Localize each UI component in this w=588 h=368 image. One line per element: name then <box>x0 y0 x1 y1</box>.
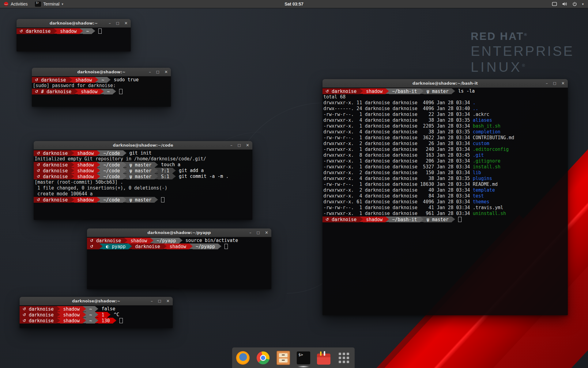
minimize-button[interactable]: – <box>230 143 232 147</box>
close-button[interactable]: ✕ <box>124 21 128 25</box>
minimize-button[interactable]: – <box>151 299 153 303</box>
powerline-separator <box>155 162 158 167</box>
window-titlebar[interactable]: darknoise@shadow:~–□✕ <box>20 297 173 305</box>
terminal-window-pyapp[interactable]: darknoise@shadow:~/pyapp–□✕↺darknoisesha… <box>87 228 271 289</box>
chrome-icon[interactable] <box>256 351 270 365</box>
powerline-separator <box>100 89 104 94</box>
window-titlebar[interactable]: darknoise@shadow:~–□✕ <box>17 19 131 28</box>
output-text: CONTRIBUTING.md <box>473 135 514 140</box>
volume-icon[interactable] <box>562 2 567 6</box>
close-button[interactable]: ✕ <box>561 81 565 85</box>
prompt-segment: ↺darknoise <box>34 174 71 179</box>
prompt-segment: ψ master <box>126 197 155 203</box>
system-status-area[interactable]: ▾ <box>552 0 588 8</box>
window-titlebar[interactable]: darknoise@shadow:~/code–□✕ <box>34 141 252 150</box>
files-icon[interactable] <box>276 351 290 365</box>
terminal-window-home-2[interactable]: darknoise@shadow:~–□✕↺darknoiseshadow~fa… <box>20 297 173 328</box>
powerline-separator <box>386 217 389 222</box>
terminal-window-home-1[interactable]: darknoise@shadow:~–□✕↺darknoiseshadow~ <box>17 19 131 52</box>
clock-label[interactable]: Sat 03:57 <box>285 2 303 6</box>
filename-text: .. <box>473 106 478 111</box>
app-grid-icon[interactable] <box>337 351 351 365</box>
powerline-separator <box>189 243 193 249</box>
terminal-content[interactable]: ↺darknoiseshadow~false↺darknoiseshadow~1… <box>20 305 173 328</box>
filename-text: . <box>473 100 476 105</box>
app-menu-terminal[interactable]: $> Terminal ▾ <box>31 0 67 8</box>
powerline-separator <box>452 217 455 222</box>
maximize-button[interactable]: □ <box>158 299 161 303</box>
terminal-line: ↺darknoiseshadow~130 <box>20 318 173 324</box>
terminal-line: [master (root-commit) 50bcb63] . <box>34 179 252 185</box>
powerline-separator <box>71 162 74 167</box>
terminal-line: ↺darknoiseshadow~ <box>17 28 131 34</box>
top-bar: Activities $> Terminal ▾ Sat 03:57 <box>0 0 588 8</box>
terminal-window-bash-it[interactable]: darknoise@shadow:~/bash-it–□✕↺darknoises… <box>322 79 568 315</box>
command-text: sudo true <box>114 77 138 83</box>
close-button[interactable]: ✕ <box>265 231 268 235</box>
output-text: [sudo] password for darknoise: <box>33 83 116 88</box>
terminal-icon[interactable]: $> <box>296 351 311 365</box>
powerline-separator <box>71 174 74 179</box>
terminal-window-sudo[interactable]: darknoise@shadow:~–□✕↺darknoiseshadow~su… <box>32 68 171 107</box>
power-icon[interactable] <box>572 2 577 6</box>
prompt-icon: ↺ <box>35 89 38 94</box>
prompt-segment: ~/pyapp <box>193 243 218 249</box>
terminal-line: ↺# darknoiseshadow~ <box>32 89 171 94</box>
filename-text: plugins <box>473 176 492 181</box>
terminal-content[interactable]: ↺darknoiseshadow~/bash-itψ masterls -lat… <box>322 88 568 315</box>
terminal-line: ↺darknoiseshadow~/pyappsource bin/activa… <box>87 238 271 243</box>
terminal-line: ↺darknoiseshadow~/codeψ masterS:1git com… <box>34 174 252 179</box>
minimize-button[interactable]: – <box>249 231 251 235</box>
prompt-segment: ↺darknoise <box>17 28 54 34</box>
firefox-icon[interactable] <box>236 351 250 365</box>
terminal-cursor <box>161 197 164 202</box>
terminal-content[interactable]: ↺darknoiseshadow~/pyappsource bin/activa… <box>87 237 271 289</box>
powerline-separator <box>113 318 116 323</box>
powerline-separator <box>123 168 126 173</box>
prompt-segment: shadow <box>60 318 83 324</box>
terminal-window-code[interactable]: darknoise@shadow:~/code–□✕↺darknoiseshad… <box>34 141 252 220</box>
terminal-line: drwxrwxr-x. 11 darknoise darknoise 4096 … <box>322 100 568 106</box>
window-titlebar[interactable]: darknoise@shadow:~/bash-it–□✕ <box>322 79 568 88</box>
prompt-segment: ~/code <box>100 197 123 203</box>
powerline-separator <box>97 174 100 179</box>
powerline-separator <box>57 306 60 312</box>
toolbox-icon[interactable] <box>317 351 331 365</box>
prompt-segment: ↺# darknoise <box>32 89 74 94</box>
prompt-segment: ~/code <box>100 174 123 179</box>
terminal-content[interactable]: ↺darknoiseshadow~sudo true[sudo] passwor… <box>32 76 171 107</box>
maximize-button[interactable]: □ <box>553 82 556 85</box>
window-titlebar[interactable]: darknoise@shadow:~–□✕ <box>32 68 171 76</box>
prompt-segment: ~/pyapp <box>153 238 179 243</box>
powerline-separator <box>452 88 455 94</box>
command-text: touch a <box>161 162 180 168</box>
minimize-button[interactable]: – <box>149 70 151 74</box>
powerline-separator <box>360 88 363 94</box>
prompt-segment: ψ master <box>424 217 452 222</box>
prompt-segment: ~ <box>83 28 92 34</box>
close-button[interactable]: ✕ <box>246 143 249 147</box>
close-button[interactable]: ✕ <box>166 299 170 303</box>
powerline-separator <box>360 217 363 222</box>
prompt-icon: ↺ <box>37 151 40 155</box>
powerline-separator <box>54 28 57 34</box>
terminal-content[interactable]: ↺darknoiseshadow~ <box>17 28 131 52</box>
minimize-button[interactable]: – <box>546 81 548 85</box>
display-icon[interactable] <box>552 2 557 6</box>
output-text: -rwxrwxr-x. 1 darknoise darknoise 961 Ja… <box>323 211 473 216</box>
maximize-button[interactable]: □ <box>238 144 241 147</box>
activities-button[interactable]: Activities <box>0 0 31 8</box>
redhat-logo-icon <box>4 2 9 6</box>
chevron-down-icon[interactable]: ▾ <box>582 2 584 6</box>
maximize-button[interactable]: □ <box>257 231 260 234</box>
terminal-line: -rwxrwxr-x. 1 darknoise darknoise 206 Ja… <box>322 158 568 164</box>
maximize-button[interactable]: □ <box>156 70 159 74</box>
filename-text: completion <box>473 129 500 135</box>
maximize-button[interactable]: □ <box>116 21 119 25</box>
window-titlebar[interactable]: darknoise@shadow:~/pyapp–□✕ <box>87 228 271 237</box>
prompt-segment: ↺darknoise <box>34 197 71 203</box>
terminal-content[interactable]: ↺darknoiseshadow~/codegit initInitialize… <box>34 150 252 220</box>
prompt-icon: ↺ <box>37 163 40 167</box>
minimize-button[interactable]: – <box>109 21 111 25</box>
close-button[interactable]: ✕ <box>164 70 168 74</box>
